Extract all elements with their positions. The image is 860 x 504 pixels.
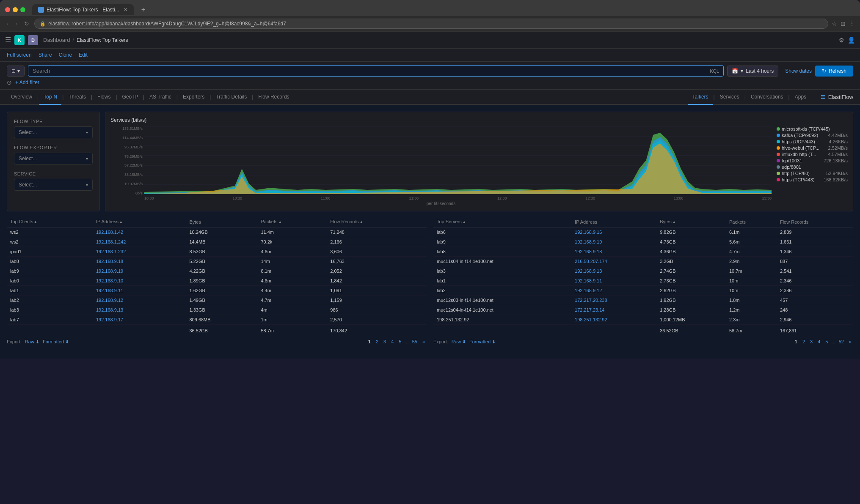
search-type-selector[interactable]: ⊡ ▾: [7, 66, 25, 77]
nav-item-overview[interactable]: Overview: [7, 90, 36, 105]
client-ip-7[interactable]: 192.168.9.12: [96, 298, 123, 303]
nav-item-exporters[interactable]: Exporters: [179, 90, 209, 105]
clone-button[interactable]: Clone: [59, 51, 72, 59]
legend-val-2: 4.26KB/s: [829, 139, 848, 144]
nav-item-conversations[interactable]: Conversations: [747, 90, 788, 105]
active-tab[interactable]: ElastiFlow: Top Talkers - Elasti... ✕: [32, 4, 134, 15]
tab-title: ElastiFlow: Top Talkers - Elasti...: [47, 7, 119, 13]
servers-page-1[interactable]: 1: [793, 339, 799, 345]
nav-item-services[interactable]: Services: [716, 90, 744, 105]
flow-type-select[interactable]: Select... ▾: [14, 126, 93, 138]
client-row-6: lab1 192.168.9.11 1.62GB 4.4m 1,091: [7, 286, 427, 296]
server-ip-6[interactable]: 192.168.9.12: [575, 288, 602, 293]
client-ip-0[interactable]: 192.168.1.42: [96, 230, 123, 235]
servers-page-next[interactable]: »: [847, 339, 853, 345]
extensions-icon[interactable]: ⊞: [841, 20, 846, 27]
clients-page-3[interactable]: 3: [382, 339, 388, 345]
server-flows-8: 248: [777, 305, 853, 315]
reload-button[interactable]: ↻: [22, 19, 31, 28]
full-screen-button[interactable]: Full screen: [7, 51, 32, 59]
service-chevron: ▾: [86, 183, 88, 187]
server-ip-2[interactable]: 192.168.9.18: [575, 249, 602, 254]
server-ip-1[interactable]: 192.168.9.19: [575, 239, 602, 244]
chart-svg-area: [144, 126, 772, 195]
server-ip-7[interactable]: 172.217.20.238: [575, 298, 607, 303]
nav-item-apps[interactable]: Apps: [791, 90, 810, 105]
servers-page-4[interactable]: 4: [816, 339, 822, 345]
clients-page-4[interactable]: 4: [389, 339, 395, 345]
client-bytes-5: 1.89GB: [186, 276, 257, 286]
add-filter-button[interactable]: + Add filter: [15, 79, 39, 85]
clients-total-empty-2: [93, 325, 186, 336]
servers-page-52[interactable]: 52: [837, 339, 846, 345]
client-ip-9[interactable]: 192.168.9.17: [96, 317, 123, 322]
clients-page-55[interactable]: 55: [411, 339, 419, 345]
client-ip-2[interactable]: 192.168.1.232: [96, 249, 126, 254]
clients-page-2[interactable]: 2: [374, 339, 380, 345]
server-ip-3[interactable]: 216.58.207.174: [575, 259, 607, 264]
address-bar[interactable]: 🔒 elastiflow.irobert.info/app/kibana#/da…: [34, 19, 828, 29]
nav-item-flows[interactable]: Flows: [93, 90, 115, 105]
clients-page-next[interactable]: »: [421, 339, 427, 345]
minimize-button[interactable]: [13, 7, 18, 12]
clients-page-1[interactable]: 1: [367, 339, 372, 345]
menu-icon[interactable]: ⋮: [849, 20, 855, 27]
nav-item-top-n[interactable]: Top-N: [39, 90, 61, 105]
settings-icon[interactable]: ⚙: [839, 37, 844, 44]
nav-item-threats[interactable]: Threats: [64, 90, 90, 105]
refresh-button[interactable]: ↻ Refresh: [815, 66, 853, 77]
flow-exporter-select[interactable]: Select... ▾: [14, 153, 93, 164]
service-select[interactable]: Select... ▾: [14, 179, 93, 191]
client-ip-5[interactable]: 192.168.9.10: [96, 278, 123, 283]
servers-export-formatted[interactable]: Formatted ⬇: [469, 339, 496, 345]
service-select-wrap: Select... ▾: [14, 179, 93, 191]
client-ip-1[interactable]: 192.168.1.242: [96, 239, 126, 244]
chart-with-legend: 133.51MB/s 114.44MB/s 95.37MB/s 76.29MB/…: [110, 126, 848, 206]
clients-export-formatted[interactable]: Formatted ⬇: [43, 339, 69, 345]
bookmark-icon[interactable]: ☆: [832, 20, 837, 27]
server-ip-8[interactable]: 172.217.23.14: [575, 307, 604, 312]
clients-page-5[interactable]: 5: [397, 339, 403, 345]
col-bytes-servers: Bytes ▴: [656, 216, 726, 227]
forward-button[interactable]: ›: [14, 19, 19, 28]
nav-item-geo-ip[interactable]: Geo IP: [118, 90, 142, 105]
new-tab-button[interactable]: +: [137, 3, 149, 16]
filter-icon: ⊙: [7, 79, 12, 86]
server-ip-0[interactable]: 192.168.9.16: [575, 230, 602, 235]
nav-item-as-traffic[interactable]: AS Traffic: [145, 90, 176, 105]
servers-export-raw[interactable]: Raw ⬇: [452, 339, 466, 345]
server-ip-4[interactable]: 192.168.9.13: [575, 268, 602, 274]
servers-total-bytes: 36.52GB: [656, 325, 726, 336]
servers-page-5[interactable]: 5: [824, 339, 830, 345]
servers-page-2[interactable]: 2: [801, 339, 807, 345]
client-ip-6[interactable]: 192.168.9.11: [96, 288, 123, 293]
refresh-icon: ↻: [822, 68, 826, 74]
top-bar-right: ⚙ 👤: [839, 37, 855, 44]
y-label-1: 114.44MB/s: [122, 136, 143, 140]
maximize-button[interactable]: [20, 7, 25, 12]
servers-page-3[interactable]: 3: [808, 339, 814, 345]
time-picker[interactable]: 📅 ▾ Last 4 hours: [727, 66, 778, 77]
nav-item-flow-records[interactable]: Flow Records: [254, 90, 293, 105]
tab-close-icon[interactable]: ✕: [124, 7, 128, 13]
user-profile-icon[interactable]: 👤: [848, 37, 855, 44]
search-input[interactable]: [33, 68, 706, 74]
server-bytes-9: 1,000.12MB: [656, 315, 726, 325]
client-ip-8[interactable]: 192.168.9.13: [96, 307, 123, 312]
show-dates-button[interactable]: Show dates: [785, 68, 812, 74]
legend-item-6: udp/8801: [777, 164, 848, 170]
close-button[interactable]: [5, 7, 10, 12]
server-ip-5[interactable]: 192.168.9.11: [575, 278, 602, 283]
clients-export-raw[interactable]: Raw ⬇: [25, 339, 39, 345]
legend-item-1: kafka (TCP/9092) 4.42MB/s: [777, 133, 848, 138]
edit-button[interactable]: Edit: [79, 51, 88, 59]
share-button[interactable]: Share: [39, 51, 52, 59]
client-bytes-1: 14.4MB: [186, 237, 257, 247]
back-button[interactable]: ‹: [5, 19, 11, 28]
nav-item-talkers[interactable]: Talkers: [688, 90, 713, 105]
client-ip-4[interactable]: 192.168.9.19: [96, 268, 123, 274]
nav-item-traffic-details[interactable]: Traffic Details: [212, 90, 251, 105]
hamburger-menu[interactable]: ☰: [5, 36, 11, 44]
client-ip-3[interactable]: 192.168.9.18: [96, 259, 123, 264]
server-ip-9[interactable]: 198.251.132.92: [575, 317, 607, 322]
